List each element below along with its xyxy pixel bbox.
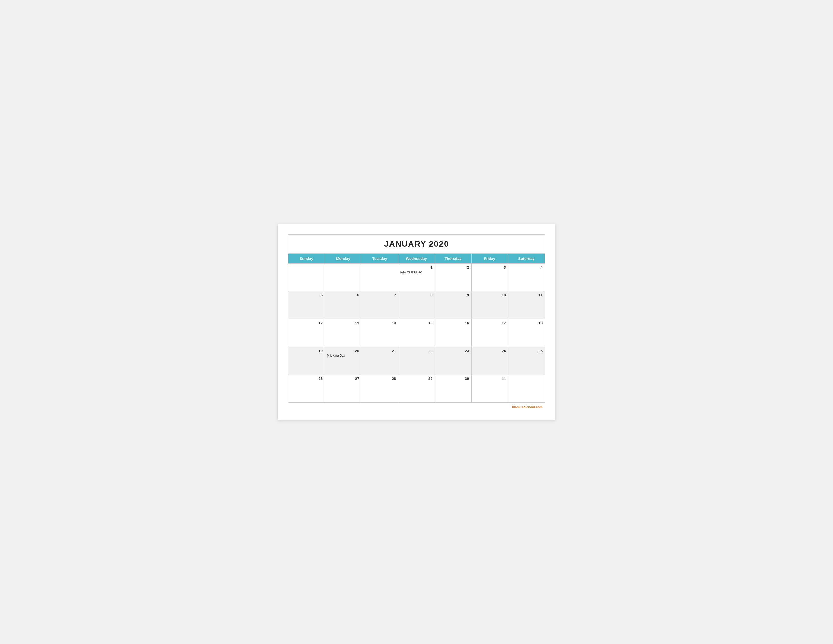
day-cell[interactable]: 15 bbox=[398, 319, 435, 347]
day-cell[interactable]: 8 bbox=[398, 291, 435, 319]
day-number: 27 bbox=[327, 376, 359, 381]
day-number: 8 bbox=[400, 293, 433, 297]
day-cell[interactable]: 20M L King Day bbox=[325, 347, 362, 375]
day-number: 4 bbox=[510, 265, 543, 269]
day-number: 23 bbox=[437, 349, 469, 353]
day-header: Monday bbox=[325, 254, 362, 264]
day-number: 5 bbox=[290, 293, 323, 297]
day-number: 24 bbox=[474, 349, 506, 353]
day-cell[interactable]: 6 bbox=[325, 291, 362, 319]
event-label: M L King Day bbox=[327, 354, 359, 357]
day-header: Sunday bbox=[288, 254, 325, 264]
day-number: 18 bbox=[510, 321, 543, 325]
day-cell[interactable]: 22 bbox=[398, 347, 435, 375]
day-number: 3 bbox=[474, 265, 506, 269]
day-header: Friday bbox=[471, 254, 508, 264]
day-cell[interactable]: 29 bbox=[398, 375, 435, 402]
day-number: 21 bbox=[363, 349, 396, 353]
calendar-row-1: 1New Year's Day234 bbox=[288, 264, 545, 291]
day-cell[interactable]: 31 bbox=[471, 375, 508, 402]
day-cell[interactable]: 5 bbox=[288, 291, 325, 319]
event-label: New Year's Day bbox=[400, 270, 433, 274]
day-cell[interactable]: 30 bbox=[435, 375, 471, 402]
day-number: 12 bbox=[290, 321, 323, 325]
calendar-row-3: 12131415161718 bbox=[288, 319, 545, 347]
day-number: 2 bbox=[437, 265, 469, 269]
day-cell[interactable]: 4 bbox=[508, 264, 545, 291]
day-cell[interactable] bbox=[508, 375, 545, 402]
day-cell[interactable]: 11 bbox=[508, 291, 545, 319]
day-number: 17 bbox=[474, 321, 506, 325]
day-cell[interactable]: 9 bbox=[435, 291, 471, 319]
day-number: 19 bbox=[290, 349, 323, 353]
day-number: 11 bbox=[510, 293, 543, 297]
day-number: 22 bbox=[400, 349, 433, 353]
calendar-row-2: 567891011 bbox=[288, 291, 545, 319]
day-cell[interactable]: 21 bbox=[362, 347, 398, 375]
day-cell[interactable]: 25 bbox=[508, 347, 545, 375]
footer: blank-calendar.com bbox=[288, 403, 545, 410]
day-header: Tuesday bbox=[362, 254, 398, 264]
day-cell[interactable]: 17 bbox=[471, 319, 508, 347]
day-number: 20 bbox=[327, 349, 359, 353]
day-cell[interactable]: 28 bbox=[362, 375, 398, 402]
day-number: 13 bbox=[327, 321, 359, 325]
day-cell[interactable]: 10 bbox=[471, 291, 508, 319]
day-cell[interactable]: 2 bbox=[435, 264, 471, 291]
day-number: 26 bbox=[290, 376, 323, 381]
day-header: Wednesday bbox=[398, 254, 435, 264]
day-cell[interactable]: 1New Year's Day bbox=[398, 264, 435, 291]
day-number: 31 bbox=[474, 376, 506, 381]
day-number: 1 bbox=[400, 265, 433, 269]
day-cell[interactable]: 13 bbox=[325, 319, 362, 347]
page: JANUARY 2020 SundayMondayTuesdayWednesda… bbox=[278, 224, 555, 420]
day-number: 25 bbox=[510, 349, 543, 353]
day-number: 30 bbox=[437, 376, 469, 381]
day-cell[interactable]: 14 bbox=[362, 319, 398, 347]
day-number: 6 bbox=[327, 293, 359, 297]
day-cell[interactable]: 26 bbox=[288, 375, 325, 402]
day-number: 28 bbox=[363, 376, 396, 381]
day-number: 15 bbox=[400, 321, 433, 325]
calendar-title: JANUARY 2020 bbox=[288, 235, 545, 254]
calendar-container: JANUARY 2020 SundayMondayTuesdayWednesda… bbox=[288, 234, 545, 403]
day-number: 7 bbox=[363, 293, 396, 297]
day-cell[interactable]: 27 bbox=[325, 375, 362, 402]
calendar-row-5: 262728293031 bbox=[288, 375, 545, 402]
day-cell[interactable] bbox=[362, 264, 398, 291]
day-cell[interactable] bbox=[325, 264, 362, 291]
day-cell[interactable]: 3 bbox=[471, 264, 508, 291]
calendar-row-4: 1920M L King Day2122232425 bbox=[288, 347, 545, 375]
day-number: 14 bbox=[363, 321, 396, 325]
day-header: Saturday bbox=[508, 254, 545, 264]
calendar-header-row: SundayMondayTuesdayWednesdayThursdayFrid… bbox=[288, 254, 545, 264]
day-header: Thursday bbox=[435, 254, 471, 264]
day-cell[interactable]: 23 bbox=[435, 347, 471, 375]
day-cell[interactable]: 16 bbox=[435, 319, 471, 347]
day-cell[interactable]: 12 bbox=[288, 319, 325, 347]
day-cell[interactable]: 7 bbox=[362, 291, 398, 319]
footer-link[interactable]: blank-calendar.com bbox=[512, 405, 543, 409]
day-number: 16 bbox=[437, 321, 469, 325]
day-cell[interactable] bbox=[288, 264, 325, 291]
day-number: 10 bbox=[474, 293, 506, 297]
day-number: 9 bbox=[437, 293, 469, 297]
day-number: 29 bbox=[400, 376, 433, 381]
day-cell[interactable]: 24 bbox=[471, 347, 508, 375]
day-cell[interactable]: 19 bbox=[288, 347, 325, 375]
day-cell[interactable]: 18 bbox=[508, 319, 545, 347]
